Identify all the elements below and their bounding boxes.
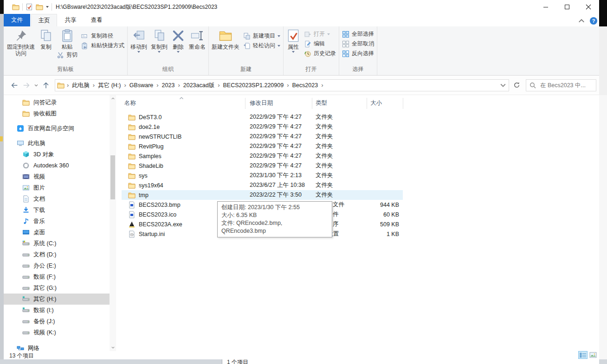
sidebar-item[interactable]: 视频 xyxy=(4,171,110,182)
paste-shortcut-button[interactable]: 粘贴快捷方式 xyxy=(79,41,126,51)
properties-qat-icon[interactable] xyxy=(26,3,33,11)
copy-to-button[interactable]: 复制到 xyxy=(149,27,169,53)
sidebar-item[interactable]: 文档 (D:) xyxy=(4,249,110,260)
table-row[interactable]: ShadeLib2022/9/29 下午 4:27文件夹 xyxy=(122,161,403,171)
sidebar-item[interactable]: 问答记录 xyxy=(4,97,110,108)
crumb-separator[interactable]: › xyxy=(175,82,182,89)
breadcrumb-item[interactable]: 其它 (H:) xyxy=(97,82,122,89)
table-row[interactable]: DeST3.02022/9/29 下午 4:27文件夹 xyxy=(122,112,403,122)
sidebar-item[interactable]: 办公 (E:) xyxy=(4,260,110,271)
forward-button[interactable] xyxy=(20,79,32,91)
new-folder-qat-icon[interactable] xyxy=(36,3,43,11)
table-row[interactable]: Samples2022/9/29 下午 4:27文件夹 xyxy=(122,151,403,161)
properties-button[interactable]: 属性 xyxy=(284,27,302,53)
file-name-cell[interactable]: sys xyxy=(122,172,245,179)
breadcrumb-item[interactable]: 2023acad版 xyxy=(182,82,215,89)
search-input[interactable] xyxy=(539,82,590,89)
scroll-down-icon[interactable] xyxy=(110,344,116,351)
sidebar-item[interactable]: 桌面 xyxy=(4,227,110,238)
file-name-cell[interactable]: Samples xyxy=(122,153,245,160)
recent-locations-caret-icon[interactable] xyxy=(32,79,40,91)
crumb-separator[interactable]: › xyxy=(122,82,129,89)
address-dropdown-caret-icon[interactable] xyxy=(499,82,507,89)
paste-button[interactable]: 粘贴 xyxy=(55,27,79,50)
sidebar-item[interactable]: 其它 (G:) xyxy=(4,282,110,294)
table-row[interactable]: doe2.1e2022/9/29 下午 4:27文件夹 xyxy=(122,122,403,132)
edit-button[interactable]: 编辑 xyxy=(302,39,338,49)
back-button[interactable] xyxy=(8,79,20,91)
sidebar-scrollbar[interactable] xyxy=(110,95,116,351)
sidebar-item[interactable]: 3D 对象 xyxy=(4,149,110,160)
details-view-button[interactable] xyxy=(578,351,588,359)
file-name-cell[interactable]: ShadeLib xyxy=(122,162,245,170)
sidebar-item[interactable]: 百度网盘同步空间 xyxy=(4,123,110,134)
sidebar-item[interactable]: 数据 (I:) xyxy=(4,305,110,316)
sidebar-item[interactable]: 视频 (K:) xyxy=(4,327,110,338)
sidebar-item[interactable]: 系统 (C:) xyxy=(4,238,110,249)
help-icon[interactable]: ? xyxy=(590,17,597,25)
copy-button[interactable]: 复制 xyxy=(37,27,55,50)
breadcrumb-item[interactable]: Becs2023 xyxy=(291,82,319,89)
tab-home[interactable]: 主页 xyxy=(31,14,57,26)
pin-to-quick-access-button[interactable]: 固定到快速访问 xyxy=(5,27,37,57)
sidebar-item[interactable]: 文档 xyxy=(4,193,110,204)
crumb-separator[interactable]: › xyxy=(319,82,325,89)
crumb-separator[interactable]: › xyxy=(284,82,291,89)
column-header-date[interactable]: 修改日期 xyxy=(250,99,273,107)
breadcrumb-item[interactable]: 2023 xyxy=(161,82,176,89)
tab-view[interactable]: 查看 xyxy=(84,14,109,26)
new-item-button[interactable]: 新建项目 xyxy=(241,31,282,41)
search-box[interactable] xyxy=(526,79,596,91)
up-button[interactable] xyxy=(40,79,52,91)
sidebar-item[interactable]: 此电脑 xyxy=(4,138,110,149)
new-folder-button[interactable]: 新建文件夹 xyxy=(210,27,241,50)
select-all-button[interactable]: 全部选择 xyxy=(340,29,376,39)
table-row[interactable]: newSTRUCTLIB2022/9/29 下午 4:27文件夹 xyxy=(122,132,403,141)
sidebar-item[interactable]: 验收截图 xyxy=(4,108,110,119)
refresh-icon[interactable] xyxy=(511,79,522,91)
tab-file[interactable]: 文件 xyxy=(4,14,30,26)
file-name-cell[interactable]: RevitPlug xyxy=(122,143,245,150)
scroll-up-icon[interactable] xyxy=(110,95,116,102)
scrollbar-thumb[interactable] xyxy=(110,155,115,199)
cut-button[interactable]: 剪切 xyxy=(55,50,79,60)
sidebar-item[interactable]: 数据 (F:) xyxy=(4,271,110,282)
column-header-name[interactable]: 名称 xyxy=(124,99,136,107)
table-row[interactable]: tmp2023/2/22 下午 3:50文件夹 xyxy=(122,190,403,200)
file-name-cell[interactable]: doe2.1e xyxy=(122,123,245,131)
table-row[interactable]: RevitPlug2022/9/29 下午 4:27文件夹 xyxy=(122,141,403,151)
thumbnail-view-button[interactable] xyxy=(588,351,598,359)
invert-selection-button[interactable]: 反向选择 xyxy=(340,49,376,58)
address-box[interactable]: ›此电脑›其它 (H:)›GBsware›2023›2023acad版›BECS… xyxy=(55,79,509,91)
copy-path-button[interactable]: 复制路径 xyxy=(79,31,126,41)
collapse-ribbon-icon[interactable] xyxy=(578,17,585,25)
sidebar-item[interactable]: 图片 xyxy=(4,182,110,193)
file-name-cell[interactable]: tmp xyxy=(122,192,245,199)
column-header-type[interactable]: 类型 xyxy=(316,99,327,107)
tab-share[interactable]: 共享 xyxy=(58,14,83,26)
sidebar-item[interactable]: 其它 (H:) xyxy=(4,294,110,305)
rename-button[interactable]: 重命名 xyxy=(187,27,207,50)
file-name-cell[interactable]: DeST3.0 xyxy=(122,114,245,121)
file-name-cell[interactable]: newSTRUCTLIB xyxy=(122,133,245,140)
select-none-button[interactable]: 全部取消 xyxy=(340,39,376,49)
sidebar-item[interactable]: 音乐 xyxy=(4,216,110,227)
file-name-cell[interactable]: sys19x64 xyxy=(122,182,245,189)
sidebar-item[interactable]: Autodesk 360 xyxy=(4,160,110,171)
titlebar[interactable]: H:\GBsware\2023\2023acad版\BECS2023SP1.22… xyxy=(4,0,599,14)
folder-icon[interactable] xyxy=(12,3,19,11)
column-header-size[interactable]: 大小 xyxy=(370,99,382,107)
breadcrumb-item[interactable]: BECS2023SP1.220909 xyxy=(222,82,285,89)
sidebar-item[interactable]: 下载 xyxy=(4,204,110,216)
breadcrumb-item[interactable]: 此电脑 xyxy=(71,82,90,89)
table-row[interactable]: sys19x642023/6/27 上午 10:38文件夹 xyxy=(122,180,403,190)
crumb-separator[interactable]: › xyxy=(215,82,222,89)
maximize-button[interactable] xyxy=(556,0,578,14)
crumb-separator[interactable]: › xyxy=(154,82,161,89)
minimize-button[interactable] xyxy=(535,0,556,14)
open-button[interactable]: 打开 xyxy=(302,29,338,39)
delete-button[interactable]: 删除 xyxy=(169,27,187,53)
close-button[interactable] xyxy=(578,0,599,14)
crumb-separator[interactable]: › xyxy=(90,82,97,89)
qat-customize-caret-icon[interactable] xyxy=(46,6,49,8)
